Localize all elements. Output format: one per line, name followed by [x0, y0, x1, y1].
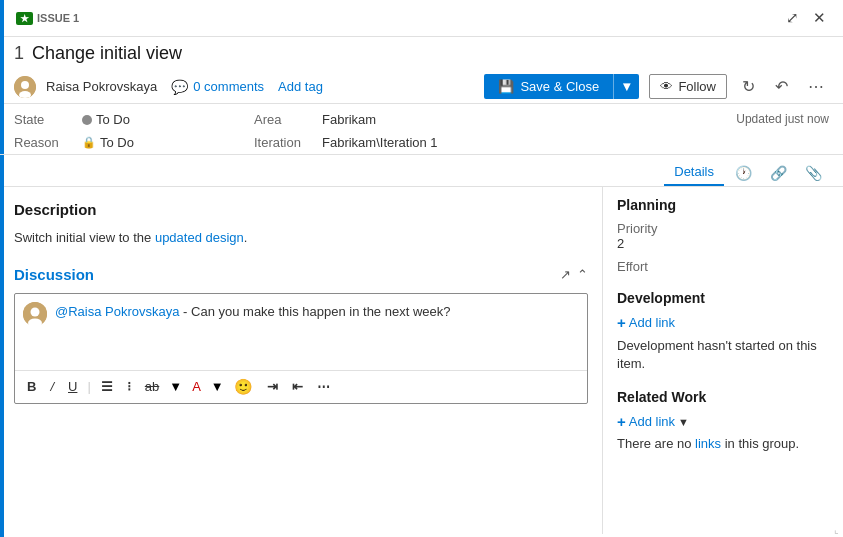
expand-button[interactable]: ⤢ — [781, 6, 804, 30]
avatar — [14, 76, 36, 98]
comments-button[interactable]: 💬 0 comments — [167, 77, 268, 97]
expand-discussion-button[interactable]: ↗ — [560, 267, 571, 282]
field-group-left: State To Do Reason 🔒 To Do — [14, 112, 214, 150]
close-button[interactable]: ✕ — [808, 6, 831, 30]
save-close-dropdown[interactable]: ▼ — [613, 74, 639, 99]
strikethrough-button[interactable]: ab — [141, 377, 163, 396]
font-color-button[interactable]: A — [188, 377, 205, 396]
comment-toolbar: B / U | ☰ ⁝ ab ▼ A ▼ 🙂 ⇥ ⇤ ⋯ — [15, 370, 587, 403]
related-link-dropdown[interactable]: ▼ — [678, 416, 689, 428]
description-link[interactable]: updated design — [155, 230, 244, 245]
save-icon: 💾 — [498, 79, 514, 94]
updated-text: Updated just now — [736, 112, 829, 126]
development-section: Development + Add link Development hasn'… — [617, 290, 829, 373]
state-dot — [82, 115, 92, 125]
resize-handle[interactable]: ⌞ — [834, 524, 839, 535]
title-row: 1 Change initial view — [0, 37, 843, 70]
reason-value: 🔒 To Do — [82, 135, 134, 150]
comment-body: @Raisa Pokrovskaya - Can you make this h… — [15, 294, 587, 370]
iteration-value: Fabrikam\Iteration 1 — [322, 135, 438, 150]
dev-no-start-text: Development hasn't started on this item. — [617, 337, 829, 373]
right-panel: Planning Priority 2 Effort Development +… — [603, 187, 843, 534]
effort-label: Effort — [617, 259, 829, 274]
comments-count: 0 comments — [193, 79, 264, 94]
mention-link[interactable]: @Raisa Pokrovskaya — [55, 304, 179, 319]
related-no-links-text: There are no links in this group. — [617, 436, 829, 451]
fields-row: State To Do Reason 🔒 To Do Area Fabrikam — [0, 104, 843, 155]
left-accent — [0, 0, 4, 537]
area-field: Area Fabrikam — [254, 112, 438, 127]
tab-details[interactable]: Details — [664, 159, 724, 186]
comment-avatar — [23, 302, 47, 326]
save-close-button[interactable]: 💾 Save & Close — [484, 74, 613, 99]
undo-button[interactable]: ↶ — [770, 74, 793, 99]
align-left-button[interactable]: ☰ — [97, 377, 117, 396]
comment-area: @Raisa Pokrovskaya - Can you make this h… — [14, 293, 588, 404]
state-value: To Do — [82, 112, 130, 127]
more-options-button[interactable]: ⋯ — [803, 74, 829, 99]
field-group-right: Area Fabrikam Iteration Fabrikam\Iterati… — [254, 112, 438, 150]
iteration-label: Iteration — [254, 135, 314, 150]
links-keyword: links — [695, 436, 721, 451]
state-label: State — [14, 112, 74, 127]
save-close-group: 💾 Save & Close ▼ — [484, 74, 639, 99]
priority-value: 2 — [617, 236, 829, 251]
comment-content: - Can you make this happen in the next w… — [179, 304, 450, 319]
top-bar: ★ ISSUE 1 ⤢ ✕ — [0, 0, 843, 37]
related-work-section: Related Work + Add link ▼ There are no l… — [617, 389, 829, 451]
effort-field: Effort — [617, 259, 829, 274]
comment-text[interactable]: @Raisa Pokrovskaya - Can you make this h… — [55, 302, 579, 362]
italic-button[interactable]: / — [46, 377, 58, 396]
discussion-title: Discussion — [14, 266, 94, 283]
priority-label: Priority — [617, 221, 829, 236]
description-text: Switch initial view to the updated desig… — [14, 228, 588, 248]
issue-label: ISSUE 1 — [37, 12, 79, 24]
strikethrough-dropdown[interactable]: ▼ — [169, 379, 182, 394]
add-tag-button[interactable]: Add tag — [278, 79, 323, 94]
discussion-header: Discussion ↗ ⌃ — [14, 266, 588, 283]
left-panel: Description Switch initial view to the u… — [0, 187, 603, 534]
reason-field: Reason 🔒 To Do — [14, 135, 214, 150]
font-color-dropdown[interactable]: ▼ — [211, 379, 224, 394]
tab-attachment-button[interactable]: 📎 — [798, 161, 829, 185]
planning-section: Planning Priority 2 Effort — [617, 197, 829, 274]
indent-button[interactable]: ⇥ — [263, 377, 282, 396]
underline-button[interactable]: U — [64, 377, 81, 396]
plus-icon-related: + — [617, 413, 626, 430]
more-button[interactable]: ⋯ — [313, 377, 334, 396]
list-unordered-button[interactable]: ⁝ — [123, 377, 135, 396]
description-title: Description — [14, 201, 588, 218]
planning-title: Planning — [617, 197, 829, 213]
outdent-button[interactable]: ⇤ — [288, 377, 307, 396]
refresh-button[interactable]: ↻ — [737, 74, 760, 99]
discussion-controls: ↗ ⌃ — [560, 267, 588, 282]
issue-icon: ★ — [16, 12, 33, 25]
tab-history-button[interactable]: 🕐 — [728, 161, 759, 185]
related-work-title: Related Work — [617, 389, 829, 405]
tab-link-button[interactable]: 🔗 — [763, 161, 794, 185]
discussion-section: Discussion ↗ ⌃ @Raisa Pokrovskaya - Can … — [14, 266, 588, 404]
toolbar: Raisa Pokrovskaya 💬 0 comments Add tag 💾… — [0, 70, 843, 104]
emoji-button[interactable]: 🙂 — [230, 376, 257, 398]
issue-title: Change initial view — [32, 43, 182, 64]
tab-bar: Details 🕐 🔗 📎 — [0, 155, 843, 187]
dev-add-link-button[interactable]: + Add link — [617, 314, 675, 331]
follow-button[interactable]: 👁 Follow — [649, 74, 727, 99]
development-title: Development — [617, 290, 829, 306]
top-bar-right: ⤢ ✕ — [781, 6, 831, 30]
related-add-link-button[interactable]: + Add link ▼ — [617, 413, 689, 430]
reason-label: Reason — [14, 135, 74, 150]
bold-button[interactable]: B — [23, 377, 40, 396]
area-label: Area — [254, 112, 314, 127]
collapse-discussion-button[interactable]: ⌃ — [577, 267, 588, 282]
plus-icon: + — [617, 314, 626, 331]
svg-point-4 — [31, 307, 40, 316]
user-name: Raisa Pokrovskaya — [46, 79, 157, 94]
area-value: Fabrikam — [322, 112, 376, 127]
eye-icon: 👁 — [660, 79, 673, 94]
top-bar-left: ★ ISSUE 1 — [16, 12, 79, 25]
comment-icon: 💬 — [171, 79, 188, 95]
priority-field: Priority 2 — [617, 221, 829, 251]
svg-point-1 — [21, 81, 29, 89]
main-content: Description Switch initial view to the u… — [0, 187, 843, 534]
